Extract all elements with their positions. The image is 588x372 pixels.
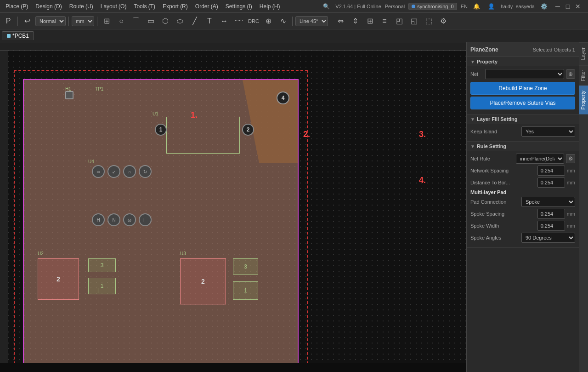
place-tool[interactable]: P [2,15,15,28]
net-select[interactable] [485,69,564,79]
user-avatar[interactable]: 👤 [486,1,497,12]
arc-tool[interactable]: ⌒ [130,15,142,28]
undo-button[interactable]: ↩ [21,15,34,28]
rebuild-plane-zone-button[interactable]: Rebuild Plane Zone [470,82,575,95]
keep-island-select[interactable]: Yes No [521,126,575,137]
net-rule-select[interactable]: innerPlane(Default) Default [516,154,564,164]
circle-1: 1 [155,124,167,136]
flip-h-button[interactable]: ⇔ [334,15,347,28]
via-tool[interactable]: ⊕ [262,15,275,28]
poly-tool[interactable]: ⬡ [159,15,172,28]
menu-export[interactable]: Export (R) [159,2,192,11]
menu-order[interactable]: Order (A) [192,2,222,11]
distance-border-unit: mm [567,180,575,185]
menu-route[interactable]: Route (U) [66,2,97,11]
pcb-tab[interactable]: *PCB1 [2,31,34,40]
u2-connector2: 1 [88,278,116,294]
u3-box: 2 [180,258,226,304]
plane-button[interactable]: ⬚ [422,15,435,28]
net-target-icon[interactable]: ⊕ [566,69,575,79]
main-content: H1 TP1 U1 1 2 4 U4 [0,42,588,372]
version-info: V2.1.64 | Full Online [335,4,381,9]
property-side-tab[interactable]: Property [579,86,588,114]
settings-btn2[interactable]: ⚙ [437,15,450,28]
u1-label: U1 [153,111,158,116]
u3-label: U3 [180,251,186,256]
circle-tool[interactable]: ○ [115,15,128,28]
property-section: ▼ Property Net ⊕ Rebuild Plane Zone [467,57,579,114]
mode-select[interactable]: Normal [35,16,66,26]
spoke-angles-label: Spoke Angles [470,235,520,240]
drc-button[interactable]: DRC [247,15,260,28]
selected-objects-label: Selected Objects 1 [533,47,575,52]
circle-4: 4 [277,92,289,104]
canvas-area[interactable]: H1 TP1 U1 1 2 4 U4 [0,42,466,372]
filter-side-tab[interactable]: Filter [579,65,588,86]
layer-fill-body: Keep Island Yes No [467,124,579,141]
u3-connector1: 3 [233,258,258,275]
network-spacing-row: Network Spacing mm [470,166,575,176]
pad-connection-row: Pad Connection Spoke Direct None [470,197,575,207]
flip-v-button[interactable]: ⇕ [349,15,362,28]
line-tool[interactable]: ╱ [188,15,201,28]
horizontal-ruler [0,42,466,51]
line-style-select[interactable]: Line 45° [295,16,328,26]
pcb-canvas[interactable]: H1 TP1 U1 1 2 4 U4 [0,42,466,363]
lang-label[interactable]: EN [461,4,468,9]
maximize-button[interactable]: □ [563,2,572,11]
pcb-board: H1 TP1 U1 1 2 4 U4 [14,70,308,363]
menu-settings[interactable]: Settings (I) [222,2,256,11]
close-button[interactable]: ✕ [573,2,582,11]
keep-island-label: Keep Island [470,129,520,134]
layer-side-tab[interactable]: Layer [579,42,588,65]
rect-tool[interactable]: ▭ [144,15,157,28]
spoke-angles-select[interactable]: 90 Degrees 45 Degrees [521,233,575,243]
layer-fill-header[interactable]: ▼ Layer Fill Setting [467,114,579,124]
menu-place[interactable]: Place (P) [2,2,32,11]
ic-u4-5: H [92,213,105,226]
spoke-width-row: Spoke Width mm [470,221,575,231]
pcb-inner-board: H1 TP1 U1 1 2 4 U4 [23,79,299,363]
oval-tool[interactable]: ⬭ [174,15,187,28]
wiring-tool[interactable]: 〰 [232,15,245,28]
pad-connection-select[interactable]: Spoke Direct None [521,197,575,207]
spoke-width-input[interactable] [537,221,565,231]
copper-pour2[interactable]: ◱ [407,15,420,28]
menu-layout[interactable]: Layout (O) [97,2,130,11]
sync-button[interactable]: synchronising_0 [408,3,457,10]
align-button[interactable]: ≡ [378,15,391,28]
multi-layer-pad-label: Multi-layer Pad [470,189,575,195]
net-rule-settings-icon[interactable]: ⚙ [566,154,575,163]
measure-tool[interactable]: ↔ [218,15,231,28]
search-icon[interactable]: 🔍 [321,1,332,12]
property-title: Property [477,59,498,64]
grid-button[interactable]: ⊞ [100,15,113,28]
spoke-spacing-input[interactable] [537,209,565,219]
network-spacing-input[interactable] [537,166,565,176]
right-panel: PlaneZone Selected Objects 1 ▼ Property … [466,42,588,372]
menu-tools[interactable]: Tools (T) [130,2,159,11]
rule-setting-body: Net Rule innerPlane(Default) Default ⚙ N… [467,151,579,247]
copper-pour[interactable]: ◰ [393,15,406,28]
ic-u4-3: ∩ [123,165,136,178]
property-section-header[interactable]: ▼ Property [467,57,579,66]
notification-icon[interactable]: 🔔 [471,1,482,12]
wave-tool[interactable]: ∿ [277,15,289,28]
layer-fill-title: Layer Fill Setting [477,116,518,122]
place-remove-suture-vias-button[interactable]: Place/Remove Suture Vias [470,97,575,109]
minimize-button[interactable]: ─ [553,2,562,11]
mirror-button[interactable]: ⊞ [363,15,376,28]
menu-design[interactable]: Design (D) [32,2,65,11]
network-spacing-unit: mm [567,168,575,173]
menu-help[interactable]: Help (H) [256,2,284,11]
spoke-spacing-row: Spoke Spacing mm [470,209,575,219]
ic-u4-1: ∞ [92,165,105,178]
distance-border-input[interactable] [537,177,565,188]
layer-fill-section: ▼ Layer Fill Setting Keep Island Yes No [467,114,579,142]
u3-connector2: 1 [233,281,258,300]
settings-icon[interactable]: ⚙️ [538,1,549,12]
rule-setting-header[interactable]: ▼ Rule Setting [467,142,579,151]
u2-pin-num: | [97,287,99,293]
text-tool[interactable]: T [203,15,216,28]
unit-select[interactable]: mm [72,16,94,26]
